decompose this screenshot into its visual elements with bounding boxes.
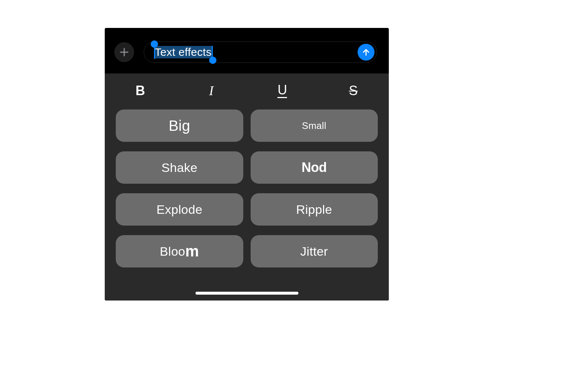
format-bold-button[interactable]: B xyxy=(105,84,176,97)
home-indicator[interactable] xyxy=(196,292,298,295)
effect-label: Explode xyxy=(157,202,202,217)
selection-handle-end[interactable] xyxy=(209,57,216,64)
arrow-up-icon xyxy=(362,48,370,57)
compose-row: Text effects xyxy=(105,41,389,63)
add-button[interactable] xyxy=(114,42,134,62)
effect-explode-button[interactable]: Explode xyxy=(116,193,243,226)
strikethrough-icon: S xyxy=(349,83,358,98)
format-italic-button[interactable]: I xyxy=(176,84,247,97)
compose-field[interactable]: Text effects xyxy=(144,42,377,63)
effect-label: Small xyxy=(302,120,326,132)
compose-text: Text effects xyxy=(154,46,212,58)
effect-nod-button[interactable]: Nod xyxy=(251,151,378,184)
send-button[interactable] xyxy=(358,44,374,61)
effect-jitter-button[interactable]: Jitter xyxy=(251,235,378,267)
effect-ripple-button[interactable]: Ripple xyxy=(251,193,378,226)
format-row: B I U S xyxy=(105,77,389,104)
bold-icon: B xyxy=(136,83,145,98)
effect-big-button[interactable]: Big xyxy=(116,109,243,142)
text-selection[interactable]: Text effects xyxy=(154,46,212,58)
italic-icon: I xyxy=(209,83,214,98)
effect-label: Big xyxy=(169,118,190,134)
effect-label: Ripple xyxy=(296,202,332,217)
underline-icon: U xyxy=(277,82,287,97)
effect-label: Jitter xyxy=(300,244,328,259)
format-strikethrough-button[interactable]: S xyxy=(318,84,389,97)
effect-label: Shake xyxy=(161,161,197,175)
effects-grid: Big Small Shake Nod Explode Ripple Bloom… xyxy=(105,104,389,278)
effect-small-button[interactable]: Small xyxy=(251,109,378,142)
effect-shake-button[interactable]: Shake xyxy=(116,151,243,184)
effect-label: Nod xyxy=(302,160,327,175)
effect-label: Bloom xyxy=(160,244,199,259)
text-effects-panel: Text effects B I U S xyxy=(105,28,389,301)
selection-handle-start[interactable] xyxy=(151,40,158,48)
effects-panel: B I U S Big Small Shake Nod xyxy=(105,73,389,301)
format-underline-button[interactable]: U xyxy=(247,83,318,98)
plus-icon xyxy=(119,47,129,57)
effect-bloom-button[interactable]: Bloom xyxy=(116,235,243,267)
